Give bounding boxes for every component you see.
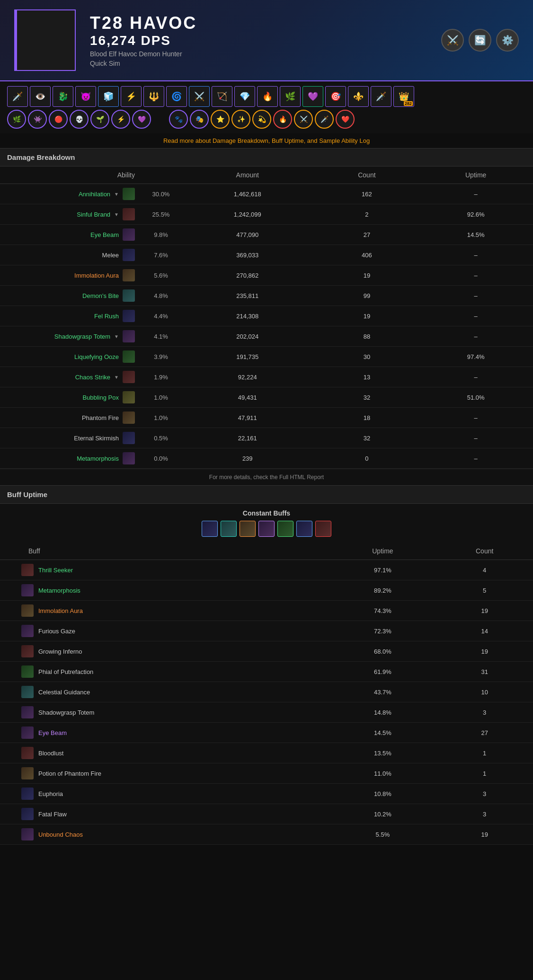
ability-pct: 9.8% [142,225,180,245]
const-buff-icon[interactable] [277,521,293,537]
buff-name: Phial of Putrefaction [38,668,93,675]
table-row[interactable]: Immolation Aura 5.6% 270,862 19 – [0,265,533,286]
wow-icon[interactable]: ⚔️ [441,29,464,52]
talent-item[interactable]: ✨ [231,110,250,129]
table-row[interactable]: Shadowgrasp Totem ▼ 4.1% 202,024 88 – [0,326,533,347]
ability-name[interactable]: Annihilation [79,191,110,198]
table-row[interactable]: Growing Inferno 68.0% 19 [0,641,533,662]
table-row[interactable]: Shadowgrasp Totem 14.8% 3 [0,702,533,723]
talent-item[interactable]: 🗡️ [315,110,334,129]
ability-name[interactable]: Phantom Fire [82,414,119,421]
ability-cell: Fel Rush [0,306,142,326]
ability-name[interactable]: Eternal Skirmish [74,435,119,442]
equip-item[interactable]: 🔥 [257,86,278,107]
table-row[interactable]: Fel Rush 4.4% 214,308 19 – [0,306,533,326]
dropdown-arrow[interactable]: ▼ [114,375,119,380]
table-row[interactable]: Eye Beam 9.8% 477,090 27 14.5% [0,225,533,245]
equip-item[interactable]: 👁️ [30,86,51,107]
talent-item[interactable]: 🌿 [7,110,26,129]
equip-item[interactable]: 🧊 [98,86,119,107]
equip-item[interactable]: 💎 [234,86,255,107]
talent-item[interactable]: ⭐ [211,110,230,129]
talent-item[interactable]: ⚡ [111,110,130,129]
buff-name: Immolation Aura [38,607,83,614]
table-row[interactable]: Metamorphosis 0.0% 239 0 – [0,448,533,469]
const-buff-icon[interactable] [202,521,218,537]
talent-item[interactable]: ❤️ [336,110,355,129]
equip-item[interactable]: 🔱 [143,86,164,107]
ability-name[interactable]: Shadowgrasp Totem [54,333,110,340]
ability-name[interactable]: Fel Rush [94,313,119,320]
equip-item[interactable]: 🗡️ [7,86,28,107]
equip-item[interactable]: 🌿 [280,86,301,107]
info-link[interactable]: Read more about Damage Breakdown, Buff U… [0,133,533,148]
talent-item[interactable]: ⚔️ [294,110,313,129]
buff-col-name: Buff [0,542,329,560]
sync-icon[interactable]: 🔄 [469,29,491,52]
const-buff-icon[interactable] [315,521,331,537]
equip-item[interactable]: ⚔️ [189,86,210,107]
equip-item[interactable]: 🐉 [53,86,73,107]
const-buff-icon[interactable] [258,521,275,537]
ability-name[interactable]: Metamorphosis [77,455,119,462]
talent-item[interactable]: 💫 [252,110,271,129]
equip-item[interactable]: 👿 [75,86,96,107]
table-row[interactable]: Euphoria 10.8% 3 [0,784,533,804]
equip-item[interactable]: 🌀 [166,86,187,107]
table-row[interactable]: Potion of Phantom Fire 11.0% 1 [0,763,533,784]
ability-pct: 25.5% [142,204,180,225]
settings-icon[interactable]: ⚙️ [496,29,519,52]
equip-item[interactable]: 💜 [302,86,323,107]
equip-item[interactable]: 🏹 [212,86,232,107]
talent-item[interactable]: 🔴 [49,110,68,129]
ability-name[interactable]: Eye Beam [90,231,119,238]
table-row[interactable]: Eye Beam 14.5% 27 [0,723,533,743]
table-row[interactable]: Sinful Brand ▼ 25.5% 1,242,099 2 92.6% [0,204,533,225]
ability-name[interactable]: Chaos Strike [75,374,110,381]
table-row[interactable]: Celestial Guidance 43.7% 10 [0,682,533,702]
table-row[interactable]: Metamorphosis 89.2% 5 [0,580,533,601]
table-row[interactable]: Liquefying Ooze 3.9% 191,735 30 97.4% [0,347,533,367]
ability-name[interactable]: Melee [102,252,119,259]
equipment-section: 🗡️ 👁️ 🐉 👿 🧊 ⚡ 🔱 🌀 ⚔️ 🏹 💎 🔥 🌿 💜 🎯 ⚜️ 🗡️ 👑… [0,81,533,133]
equip-item[interactable]: 🎯 [325,86,346,107]
dropdown-arrow[interactable]: ▼ [114,212,119,217]
talent-item[interactable]: 🐾 [169,110,188,129]
ability-name[interactable]: Sinful Brand [77,211,110,218]
ability-uptime: – [418,245,533,265]
const-buff-icon[interactable] [296,521,312,537]
talent-item[interactable]: 💀 [70,110,89,129]
table-row[interactable]: Bubbling Pox 1.0% 49,431 32 51.0% [0,387,533,408]
table-row[interactable]: Annihilation ▼ 30.0% 1,462,618 162 – [0,184,533,204]
ability-name[interactable]: Liquefying Ooze [74,353,119,360]
talent-item[interactable]: 🌱 [90,110,109,129]
dropdown-arrow[interactable]: ▼ [114,334,119,339]
equip-item[interactable]: ⚡ [121,86,142,107]
table-row[interactable]: Phial of Putrefaction 61.9% 31 [0,662,533,682]
table-row[interactable]: Demon's Bite 4.8% 235,811 99 – [0,286,533,306]
talent-item[interactable]: 👾 [28,110,47,129]
equip-item[interactable]: ⚜️ [348,86,369,107]
talent-item[interactable]: 🎭 [190,110,209,129]
table-row[interactable]: Furious Gaze 72.3% 14 [0,621,533,641]
dropdown-arrow[interactable]: ▼ [114,192,119,197]
const-buff-icon[interactable] [240,521,256,537]
table-row[interactable]: Melee 7.6% 369,033 406 – [0,245,533,265]
const-buff-icon[interactable] [221,521,237,537]
table-row[interactable]: Thrill Seeker 97.1% 4 [0,560,533,580]
table-row[interactable]: Unbound Chaos 5.5% 19 [0,824,533,845]
buff-icon [21,584,34,596]
talent-item[interactable]: 🔥 [273,110,292,129]
table-row[interactable]: Eternal Skirmish 0.5% 22,161 32 – [0,428,533,448]
ability-name[interactable]: Immolation Aura [74,272,119,279]
talent-item[interactable]: 💜 [132,110,151,129]
table-row[interactable]: Fatal Flaw 10.2% 3 [0,804,533,824]
table-row[interactable]: Chaos Strike ▼ 1.9% 92,224 13 – [0,367,533,387]
equip-item[interactable]: 👑 282 [393,86,414,107]
ability-name[interactable]: Demon's Bite [82,292,119,299]
equip-item[interactable]: 🗡️ [371,86,391,107]
table-row[interactable]: Phantom Fire 1.0% 47,911 18 – [0,408,533,428]
ability-name[interactable]: Bubbling Pox [82,394,119,401]
table-row[interactable]: Immolation Aura 74.3% 19 [0,601,533,621]
table-row[interactable]: Bloodlust 13.5% 1 [0,743,533,763]
